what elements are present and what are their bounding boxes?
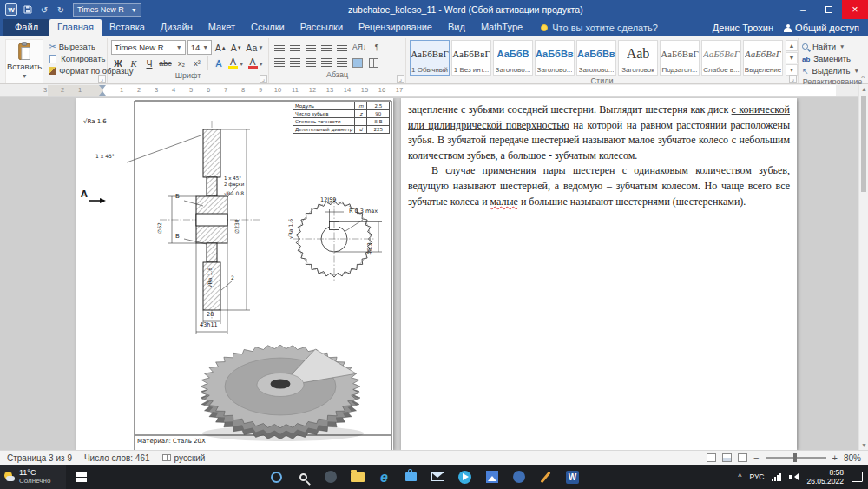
tab-рецензирование[interactable]: Рецензирование (351, 19, 440, 36)
language-indicator[interactable]: русский (162, 453, 206, 463)
style-item[interactable]: АаБбВвГЗаголово... (535, 40, 575, 76)
minimize-button[interactable]: – (790, 0, 816, 19)
zoom-in-button[interactable]: + (832, 453, 838, 463)
weather-widget[interactable]: 11°C Солнечно (0, 465, 66, 489)
word-count[interactable]: Число слов: 461 (84, 453, 150, 463)
strikethrough-button[interactable]: abc (158, 56, 173, 70)
align-center-button[interactable] (288, 56, 302, 69)
web-layout-button[interactable] (738, 453, 747, 462)
paste-button[interactable]: Вставить▼ (5, 39, 43, 83)
keyboard-language[interactable]: РУС (749, 472, 764, 481)
shrink-font-button[interactable]: А▼ (229, 41, 243, 55)
tray-expand-icon[interactable]: ^ (738, 472, 741, 481)
styles-scroll-up[interactable]: ▲ (786, 40, 798, 51)
style-item[interactable]: АabЗаголовок (618, 40, 658, 76)
action-center-icon[interactable] (852, 472, 863, 482)
zoom-out-button[interactable]: − (753, 453, 759, 463)
bullets-button[interactable] (273, 40, 286, 54)
document-text[interactable]: зацепление с зубьями соседней шестерни. … (408, 102, 790, 209)
font-family-combo[interactable]: Times New R▼ (111, 40, 186, 55)
save-icon[interactable] (22, 3, 34, 16)
style-item[interactable]: АаБбВвГПодзагол... (660, 40, 700, 76)
network-icon[interactable] (772, 473, 781, 481)
tab-вставка[interactable]: Вставка (102, 19, 153, 36)
find-button[interactable]: Найти▼ (802, 41, 863, 52)
style-item[interactable]: АаБбВвГВыделение (743, 40, 783, 76)
style-item[interactable]: АаБбВвГ1 Обычный (410, 40, 450, 76)
sort-button[interactable]: АЯ↓ (351, 40, 368, 54)
styles-scroll-down[interactable]: ▼ (786, 52, 798, 63)
store-icon[interactable] (402, 468, 420, 486)
align-left-button[interactable] (273, 56, 286, 69)
scroll-down-icon[interactable]: ▼ (859, 440, 868, 450)
start-button[interactable] (66, 465, 97, 489)
scroll-up-icon[interactable]: ▲ (859, 84, 868, 94)
styles-dialog-launcher[interactable]: ⌟ (789, 75, 797, 83)
style-item[interactable]: АаБбВЗаголово... (493, 40, 533, 76)
cortana-icon[interactable] (267, 468, 286, 486)
change-case-button[interactable]: Аа▼ (245, 41, 265, 55)
bold-button[interactable]: Ж (111, 56, 125, 70)
app2-icon[interactable] (510, 468, 528, 486)
multilevel-button[interactable] (304, 40, 318, 54)
text-effects-button[interactable]: А (212, 56, 226, 70)
indent-button[interactable] (335, 40, 349, 54)
tell-me-search[interactable]: Что вы хотите сделать? (541, 19, 658, 36)
style-item[interactable]: АаБбВвГСлабое в... (701, 40, 741, 76)
tab-главная[interactable]: Главная (49, 19, 102, 36)
superscript-button[interactable]: x² (190, 56, 204, 70)
tab-mathtype[interactable]: MathType (473, 19, 530, 36)
taskview-icon[interactable] (321, 468, 339, 486)
align-right-button[interactable] (304, 56, 318, 69)
select-button[interactable]: Выделить▼ (802, 65, 863, 76)
share-button[interactable]: Общий доступ (784, 23, 859, 33)
zoom-level[interactable]: 80% (844, 453, 861, 463)
hanging-indent-marker[interactable] (99, 88, 106, 96)
style-item[interactable]: АаБбВвГ1 Без инт... (451, 40, 491, 76)
explorer-icon[interactable] (348, 468, 366, 486)
justify-button[interactable] (319, 56, 333, 69)
horizontal-ruler[interactable]: 3211234567891011121314151617 (0, 84, 858, 97)
user-name[interactable]: Денис Трохин (713, 23, 773, 33)
tab-вид[interactable]: Вид (440, 19, 473, 36)
tab-рассылки[interactable]: Рассылки (293, 19, 351, 36)
subscript-button[interactable]: x₂ (174, 56, 188, 70)
font-color-button[interactable]: А▼ (247, 56, 265, 70)
numbering-button[interactable] (288, 40, 302, 54)
read-mode-button[interactable] (707, 453, 716, 462)
edge-icon[interactable]: e (375, 468, 393, 486)
close-button[interactable]: × (842, 0, 868, 19)
page-indicator[interactable]: Страница 3 из 9 (7, 453, 72, 463)
print-layout-button[interactable] (722, 453, 732, 462)
style-item[interactable]: АаБбВвГЗаголово... (576, 40, 616, 76)
volume-icon[interactable] (789, 473, 799, 480)
font-dialog-launcher[interactable]: ⌟ (260, 75, 267, 83)
highlight-button[interactable]: А▼ (227, 56, 246, 70)
word-icon[interactable]: W (563, 468, 582, 486)
maximize-button[interactable] (816, 0, 842, 19)
font-size-combo[interactable]: 14▼ (187, 40, 212, 55)
undo-icon[interactable]: ↺ (38, 3, 50, 16)
underline-button[interactable]: Ч (142, 56, 156, 70)
clipboard-dialog-launcher[interactable]: ⌟ (98, 75, 106, 83)
tab-ссылки[interactable]: Ссылки (243, 19, 293, 36)
pen-icon[interactable] (536, 468, 555, 486)
qat-font-dropdown[interactable]: Times New R▼ (73, 3, 141, 17)
pilcrow-button[interactable]: ¶ (370, 40, 384, 54)
zoom-slider[interactable] (766, 457, 826, 459)
replace-button[interactable]: Заменить (802, 53, 863, 64)
outdent-button[interactable] (319, 40, 333, 54)
photos-icon[interactable] (483, 468, 501, 486)
search-icon[interactable] (294, 468, 312, 486)
tab-file[interactable]: Файл (3, 19, 49, 36)
vertical-scrollbar[interactable]: ▲ ▼ (858, 84, 868, 450)
clock[interactable]: 8:58 26.05.2022 (806, 468, 844, 486)
mail-icon[interactable] (429, 468, 447, 486)
paragraph-dialog-launcher[interactable]: ⌟ (397, 75, 404, 83)
redo-icon[interactable]: ↻ (55, 3, 67, 16)
tab-макет[interactable]: Макет (201, 19, 243, 36)
line-spacing-button[interactable] (335, 56, 349, 69)
shading-button[interactable] (351, 56, 365, 69)
grow-font-button[interactable]: А▲ (214, 41, 227, 55)
italic-button[interactable]: К (127, 56, 141, 70)
